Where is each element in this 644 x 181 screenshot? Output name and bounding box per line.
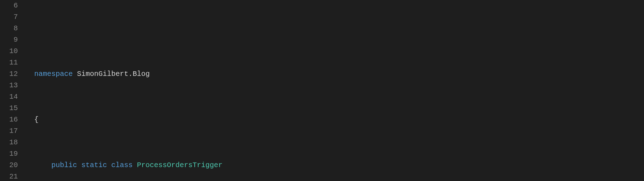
code-line bbox=[34, 23, 644, 34]
line-number: 18 bbox=[0, 137, 18, 148]
line-number: 12 bbox=[0, 68, 18, 80]
line-number-gutter: 6 7 8 9 10 11 12 13 14 15 16 17 18 19 20… bbox=[0, 0, 24, 181]
line-number: 7 bbox=[0, 11, 18, 23]
line-number: 16 bbox=[0, 114, 18, 125]
line-number: 6 bbox=[0, 0, 18, 11]
line-number: 15 bbox=[0, 103, 18, 114]
class-name: ProcessOrdersTrigger bbox=[137, 161, 223, 169]
space bbox=[133, 161, 137, 169]
code-line: public static class ProcessOrdersTrigger bbox=[34, 160, 644, 171]
code-line: { bbox=[34, 114, 644, 125]
keyword-namespace: namespace bbox=[34, 70, 73, 78]
code-line: namespace SimonGilbert.Blog bbox=[34, 68, 644, 80]
line-number: 19 bbox=[0, 148, 18, 160]
namespace-name: SimonGilbert.Blog bbox=[73, 70, 150, 78]
line-number: 13 bbox=[0, 80, 18, 91]
line-number: 20 bbox=[0, 160, 18, 171]
line-number: 9 bbox=[0, 34, 18, 46]
line-number: 17 bbox=[0, 125, 18, 137]
code-content[interactable]: namespace SimonGilbert.Blog { public sta… bbox=[24, 0, 644, 181]
line-number: 11 bbox=[0, 57, 18, 68]
line-number: 10 bbox=[0, 46, 18, 57]
keyword-class-modifiers: public static class bbox=[51, 161, 133, 169]
line-number: 8 bbox=[0, 23, 18, 34]
brace-open: { bbox=[34, 115, 39, 124]
line-number: 14 bbox=[0, 91, 18, 103]
line-number: 21 bbox=[0, 171, 18, 181]
code-editor: 6 7 8 9 10 11 12 13 14 15 16 17 18 19 20… bbox=[0, 0, 644, 181]
indent bbox=[34, 161, 51, 169]
